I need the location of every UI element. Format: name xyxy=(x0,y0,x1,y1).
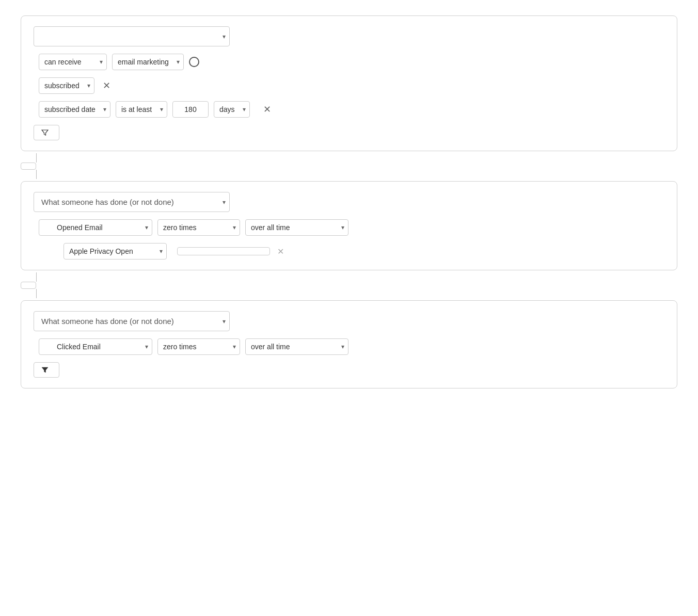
timeframe-select-wrapper-3[interactable]: over all time xyxy=(245,338,348,355)
and-button-2[interactable] xyxy=(21,282,36,289)
can-receive-wrapper[interactable]: can receive cannot receive xyxy=(39,54,107,70)
has-row-3: Clicked Email zero times over all time xyxy=(34,338,664,355)
add-filter-row-3 xyxy=(34,362,664,378)
add-filter-button-3[interactable] xyxy=(34,362,59,378)
condition-block-2: What someone has done (or not done) Open… xyxy=(21,181,677,270)
add-filter-button-1[interactable] xyxy=(34,125,59,140)
vert-line-2 xyxy=(36,170,37,179)
top-dropdown-row-3: What someone has done (or not done) xyxy=(34,311,664,331)
top-dropdown-row-2: What someone has done (or not done) xyxy=(34,192,664,212)
top-condition-select-wrapper-1[interactable] xyxy=(34,26,230,46)
filter-icon-1 xyxy=(41,129,49,136)
filter-icon-3 xyxy=(41,366,49,374)
equals-close-button[interactable]: ✕ xyxy=(275,246,286,257)
has-row-2: Opened Email zero times over all time xyxy=(34,219,664,236)
top-condition-select-3[interactable]: What someone has done (or not done) xyxy=(34,311,230,331)
event-select-3[interactable]: Clicked Email xyxy=(39,338,152,355)
subscribed-date-select[interactable]: subscribed date xyxy=(39,101,110,118)
can-receive-select[interactable]: can receive cannot receive xyxy=(39,54,107,70)
vert-line-1 xyxy=(36,153,37,163)
person-row: can receive cannot receive email marketi… xyxy=(34,54,664,70)
top-dropdown-row-1 xyxy=(34,26,664,46)
subscribed-wrapper[interactable]: subscribed xyxy=(39,77,94,94)
frequency-select-wrapper-3[interactable]: zero times xyxy=(157,338,240,355)
apple-privacy-wrapper[interactable]: Apple Privacy Open xyxy=(64,243,167,260)
because-person-close-button[interactable]: ✕ xyxy=(100,80,114,91)
frequency-select-2[interactable]: zero times xyxy=(157,219,240,236)
info-icon[interactable] xyxy=(189,57,199,67)
because-person-row: subscribed ✕ xyxy=(34,77,664,94)
top-condition-select-wrapper-2[interactable]: What someone has done (or not done) xyxy=(34,192,230,212)
top-condition-select-2[interactable]: What someone has done (or not done) xyxy=(34,192,230,212)
and-filter-close-button[interactable]: ✕ xyxy=(260,104,274,115)
timeframe-select-2[interactable]: over all time xyxy=(245,219,348,236)
days-wrapper[interactable]: days xyxy=(214,101,250,118)
top-condition-select-wrapper-3[interactable]: What someone has done (or not done) xyxy=(34,311,230,331)
vert-line-3 xyxy=(36,272,37,282)
days-number-input[interactable] xyxy=(172,101,209,118)
vert-line-4 xyxy=(36,289,37,298)
event-select-2[interactable]: Opened Email xyxy=(39,219,152,236)
top-condition-select-1[interactable] xyxy=(34,26,230,46)
condition-block-3: What someone has done (or not done) Clic… xyxy=(21,300,677,388)
is-at-least-wrapper[interactable]: is at least xyxy=(116,101,167,118)
timeframe-select-wrapper-2[interactable]: over all time xyxy=(245,219,348,236)
subscribed-select[interactable]: subscribed xyxy=(39,77,94,94)
and-connector-1 xyxy=(21,153,677,179)
and-connector-2 xyxy=(21,272,677,298)
event-select-wrapper-3[interactable]: Clicked Email xyxy=(39,338,152,355)
email-marketing-select[interactable]: email marketing xyxy=(112,54,184,70)
where-row-2: Apple Privacy Open ✕ xyxy=(34,243,664,260)
subscribed-date-wrapper[interactable]: subscribed date xyxy=(39,101,110,118)
days-select[interactable]: days xyxy=(214,101,250,118)
condition-block-1: can receive cannot receive email marketi… xyxy=(21,15,677,151)
equals-value-2 xyxy=(177,247,270,255)
apple-privacy-select[interactable]: Apple Privacy Open xyxy=(64,243,167,260)
add-filter-row-1 xyxy=(34,125,664,140)
email-marketing-wrapper[interactable]: email marketing xyxy=(112,54,184,70)
timeframe-select-3[interactable]: over all time xyxy=(245,338,348,355)
is-at-least-select[interactable]: is at least xyxy=(116,101,167,118)
frequency-select-wrapper-2[interactable]: zero times xyxy=(157,219,240,236)
event-select-wrapper-2[interactable]: Opened Email xyxy=(39,219,152,236)
and-filter-row: subscribed date is at least days ✕ xyxy=(34,101,664,118)
and-button-1[interactable] xyxy=(21,163,36,170)
frequency-select-3[interactable]: zero times xyxy=(157,338,240,355)
